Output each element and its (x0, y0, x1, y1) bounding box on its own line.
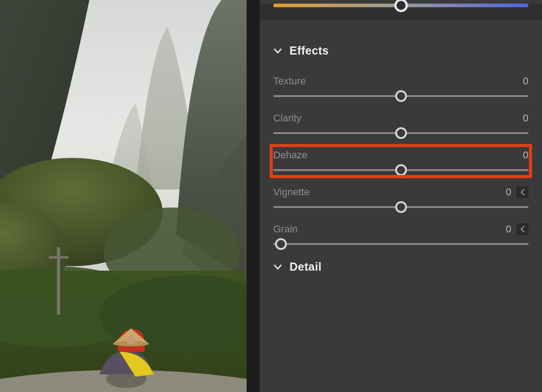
chevron-down-icon (273, 46, 282, 55)
disclosure-vignette[interactable] (517, 186, 528, 198)
edit-panel: Effects Texture0Clarity0Dehaze0Vignette0… (260, 0, 542, 392)
effects-sliders: Texture0Clarity0Dehaze0Vignette0Grain0 (260, 75, 542, 245)
slider-label-vignette: Vignette (273, 186, 309, 198)
svg-point-11 (126, 336, 136, 345)
detail-title: Detail (290, 260, 322, 273)
slider-thumb-texture[interactable] (395, 90, 407, 102)
panel-gutter (247, 0, 260, 392)
disclosure-grain[interactable] (517, 223, 528, 235)
slider-row-texture: Texture0 (273, 75, 528, 97)
slider-track-dehaze[interactable] (273, 169, 528, 171)
effects-title: Effects (290, 44, 329, 57)
temperature-thumb[interactable] (394, 0, 408, 12)
slider-track-vignette[interactable] (273, 206, 528, 208)
slider-thumb-clarity[interactable] (395, 127, 407, 139)
slider-value-grain[interactable]: 0 (502, 223, 511, 235)
slider-row-vignette: Vignette0 (273, 186, 528, 208)
slider-label-texture: Texture (273, 75, 306, 87)
slider-track-texture[interactable] (273, 95, 528, 97)
effects-section-header[interactable]: Effects (260, 44, 542, 57)
slider-head-vignette: Vignette0 (273, 186, 528, 198)
photo-preview[interactable] (0, 0, 247, 392)
slider-row-grain: Grain0 (273, 223, 528, 245)
slider-thumb-vignette[interactable] (395, 201, 407, 213)
slider-value-clarity[interactable]: 0 (519, 112, 528, 124)
slider-value-vignette[interactable]: 0 (502, 186, 511, 198)
slider-head-grain: Grain0 (273, 223, 528, 235)
slider-label-grain: Grain (273, 223, 298, 235)
slider-label-clarity: Clarity (273, 112, 301, 124)
temperature-track[interactable] (273, 4, 528, 7)
slider-track-grain[interactable] (273, 243, 528, 245)
slider-head-texture: Texture0 (273, 75, 528, 87)
slider-thumb-dehaze[interactable] (395, 164, 407, 176)
slider-value-dehaze[interactable]: 0 (519, 149, 528, 161)
slider-row-dehaze: Dehaze0 (273, 149, 528, 171)
detail-section-header[interactable]: Detail (260, 260, 542, 273)
chevron-down-icon (273, 263, 282, 272)
slider-row-clarity: Clarity0 (273, 112, 528, 134)
slider-head-dehaze: Dehaze0 (273, 149, 528, 161)
app-root: Effects Texture0Clarity0Dehaze0Vignette0… (0, 0, 542, 392)
slider-label-dehaze: Dehaze (273, 149, 308, 161)
temperature-slider-partial (260, 4, 542, 20)
slider-value-texture[interactable]: 0 (519, 75, 528, 87)
slider-head-clarity: Clarity0 (273, 112, 528, 124)
svg-rect-8 (49, 256, 69, 258)
slider-thumb-grain[interactable] (275, 238, 287, 250)
slider-track-clarity[interactable] (273, 132, 528, 134)
